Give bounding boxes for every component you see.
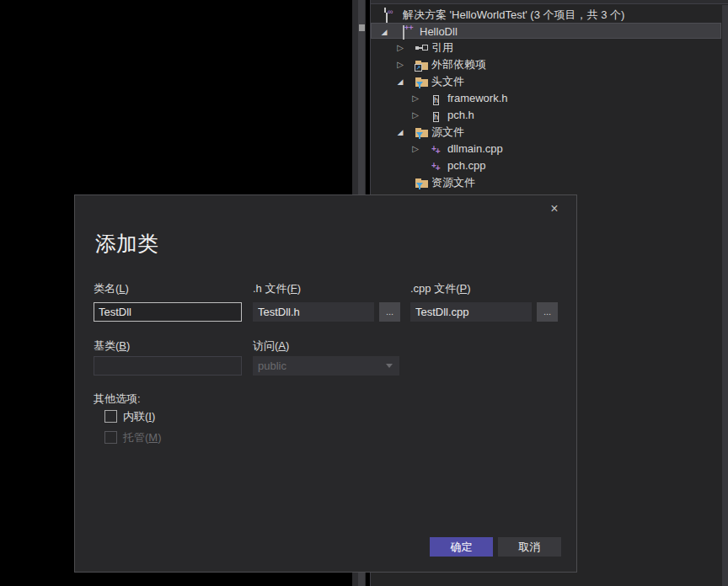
cpp-file-label: .cpp 文件(P) bbox=[410, 282, 471, 296]
expander-expanded-icon[interactable]: ◢ bbox=[378, 24, 390, 40]
header-file-icon: h bbox=[431, 93, 445, 104]
other-options-heading: 其他选项: bbox=[94, 392, 141, 407]
tree-row-references[interactable]: ▷ 引用 bbox=[371, 40, 721, 56]
expander-collapsed-icon[interactable]: ▷ bbox=[394, 40, 406, 56]
access-select[interactable]: public bbox=[253, 356, 399, 376]
scrollbar-thumb[interactable] bbox=[359, 24, 365, 31]
expander-collapsed-icon[interactable]: ▷ bbox=[410, 90, 421, 107]
dialog-title: 添加类 bbox=[95, 230, 158, 258]
solution-explorer-scrollbar[interactable] bbox=[722, 5, 728, 586]
header-file-icon: h bbox=[431, 109, 445, 121]
ok-button[interactable]: 确定 bbox=[430, 537, 493, 557]
tree-row-resource-files[interactable]: 资源文件 bbox=[371, 174, 721, 191]
expander-collapsed-icon[interactable]: ▷ bbox=[394, 56, 406, 73]
close-icon[interactable]: × bbox=[544, 199, 565, 219]
visual-studio-window: ∞ 解决方案 'HelloWorldTest' (3 个项目，共 3 个) ◢ … bbox=[0, 0, 728, 586]
class-name-input[interactable] bbox=[94, 302, 242, 322]
tree-row-label: 解决方案 'HelloWorldTest' (3 个项目，共 3 个) bbox=[403, 7, 624, 24]
base-class-label: 基类(B) bbox=[94, 339, 130, 353]
tree-row-hellodll[interactable]: ◢ ++ HelloDll bbox=[371, 23, 721, 39]
tree-row-external-dependencies[interactable]: ▷ ↗ 外部依赖项 bbox=[371, 56, 721, 73]
cpp-file-icon: ++ bbox=[431, 160, 445, 172]
tree-row-pch-h[interactable]: ▷ h pch.h bbox=[371, 107, 721, 124]
h-file-label: .h 文件(F) bbox=[253, 282, 301, 296]
tree-row-label: 头文件 bbox=[431, 73, 464, 90]
tree-row-label: framework.h bbox=[447, 90, 508, 107]
references-icon bbox=[415, 42, 429, 54]
cpp-file-icon: ++ bbox=[431, 143, 445, 155]
filtered-folder-icon bbox=[415, 76, 429, 88]
tree-row-label: 外部依赖项 bbox=[431, 56, 486, 73]
chevron-down-icon bbox=[386, 364, 393, 368]
tree-row-dllmain-cpp[interactable]: ▷ ++ dllmain.cpp bbox=[371, 141, 721, 157]
managed-checkbox bbox=[104, 431, 117, 444]
tree-row-label: 引用 bbox=[431, 40, 453, 56]
base-class-input[interactable] bbox=[94, 356, 242, 376]
cancel-button[interactable]: 取消 bbox=[498, 537, 561, 557]
tree-row-label: HelloDll bbox=[420, 24, 458, 40]
cpp-file-browse-button[interactable]: ... bbox=[537, 302, 558, 322]
expander-expanded-icon[interactable]: ◢ bbox=[394, 73, 406, 90]
filtered-folder-icon bbox=[415, 126, 429, 138]
expander-collapsed-icon[interactable]: ▷ bbox=[410, 141, 421, 157]
tree-row-label: 资源文件 bbox=[431, 174, 475, 191]
h-file-browse-button[interactable]: ... bbox=[379, 302, 400, 322]
filtered-folder-icon bbox=[415, 177, 429, 189]
class-name-label: 类名(L) bbox=[94, 282, 129, 296]
expander-collapsed-icon[interactable]: ▷ bbox=[410, 107, 421, 124]
tree-row-label: 源文件 bbox=[431, 124, 464, 141]
managed-checkbox-label: 托管(M) bbox=[123, 431, 162, 445]
inline-checkbox[interactable] bbox=[104, 410, 117, 423]
tree-row-label: dllmain.cpp bbox=[447, 141, 503, 157]
cpp-file-input[interactable] bbox=[410, 302, 532, 322]
tree-row-solution[interactable]: ∞ 解决方案 'HelloWorldTest' (3 个项目，共 3 个) bbox=[371, 7, 721, 24]
tree-row-label: pch.cpp bbox=[447, 157, 486, 174]
tree-row-label: pch.h bbox=[447, 107, 474, 124]
access-label: 访问(A) bbox=[253, 339, 289, 353]
tree-row-source-files[interactable]: ◢ 源文件 bbox=[371, 124, 721, 141]
cpp-project-icon: ++ bbox=[403, 26, 416, 38]
tree-row-header-files[interactable]: ◢ 头文件 bbox=[371, 73, 721, 90]
access-selected-value: public bbox=[258, 360, 286, 372]
inline-checkbox-label[interactable]: 内联(I) bbox=[123, 410, 155, 424]
external-dependencies-icon: ↗ bbox=[415, 59, 429, 71]
add-class-dialog: × 添加类 类名(L) .h 文件(F) .cpp 文件(P) ... ... … bbox=[74, 194, 577, 573]
h-file-input[interactable] bbox=[253, 302, 374, 322]
expander-expanded-icon[interactable]: ◢ bbox=[394, 124, 406, 141]
solution-icon: ∞ bbox=[386, 9, 399, 21]
tree-row-pch-cpp[interactable]: ++ pch.cpp bbox=[371, 157, 721, 174]
tree-row-framework-h[interactable]: ▷ h framework.h bbox=[371, 90, 721, 107]
